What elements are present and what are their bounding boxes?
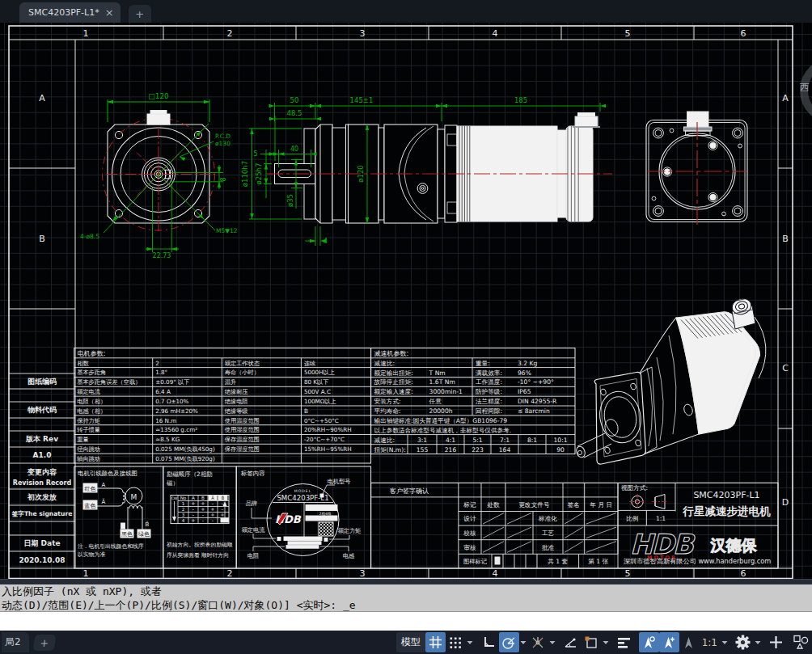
box-title: 磁） bbox=[167, 479, 179, 487]
model-space-button[interactable]: 模型 bbox=[396, 632, 425, 652]
autoscale-toggle[interactable] bbox=[659, 632, 679, 652]
table-cell: 223 bbox=[472, 446, 484, 454]
table-cell: -10° ~+90° bbox=[518, 378, 554, 386]
table-cell: 2 bbox=[155, 360, 159, 367]
table-cell: 额定工作状态 bbox=[225, 360, 260, 367]
layout-add-button[interactable]: + bbox=[32, 635, 56, 651]
tb-header: 签名 bbox=[568, 501, 580, 508]
table-cell: 使用温度范围 bbox=[225, 417, 260, 424]
annotation-visibility-toggle[interactable] bbox=[639, 632, 659, 652]
table-cell: 安装方式: bbox=[374, 398, 401, 405]
front-view: □120P.C.Dø1304-ø8.5M5▼1222.738 bbox=[80, 92, 238, 259]
table-cell: 基本步距角误差（空载） bbox=[77, 378, 141, 386]
new-tab-button[interactable]: + bbox=[129, 5, 151, 23]
table-cell: 电感（相） bbox=[77, 407, 106, 415]
annotation-scale-value[interactable]: 1:1 bbox=[700, 632, 720, 652]
customization-dropdown[interactable] bbox=[753, 632, 762, 652]
customization-gear-button[interactable] bbox=[733, 632, 753, 652]
command-history: 入比例因子 (nX 或 nXP), 或者 动态(D)/范围(E)/上一个(P)/… bbox=[0, 584, 812, 611]
command-window-divider[interactable] bbox=[0, 579, 812, 584]
tb-cell: 工艺 bbox=[542, 530, 555, 537]
polar-tracking-toggle[interactable] bbox=[499, 632, 519, 652]
dynamic-ucs-dropdown[interactable] bbox=[602, 632, 611, 652]
annotation-scale-dropdown[interactable] bbox=[720, 632, 729, 652]
frame-col-label: 4 bbox=[493, 28, 498, 39]
table-cell: 满载效率: bbox=[476, 369, 502, 377]
table-cell: 相数 bbox=[77, 360, 89, 367]
lineweight-toggle[interactable] bbox=[615, 632, 635, 652]
doc-info-cell: 变更内容 bbox=[27, 467, 57, 476]
tb-cell: 审核 bbox=[463, 544, 476, 551]
isodraft-toggle[interactable] bbox=[561, 632, 582, 652]
watermark: 西 bbox=[800, 61, 812, 120]
exc-cell: - bbox=[202, 517, 204, 524]
motor-params-table: 电机参数:相数2额定工作状态连续基本步距角1.8°寿命（小时）5000H以上基本… bbox=[74, 348, 371, 464]
dim-label: ø35 bbox=[286, 194, 294, 207]
table-cell: 额定输入速度: bbox=[374, 388, 413, 395]
table-cell: 6.4 A bbox=[155, 388, 171, 395]
table-cell: 15%RH~95%RH bbox=[304, 445, 352, 453]
status-separator bbox=[611, 632, 615, 652]
table-cell: 100MΩ以上 bbox=[304, 398, 336, 405]
table-cell: -20°C~+70°C bbox=[304, 436, 345, 443]
dim-label: 22.73 bbox=[153, 252, 171, 259]
object-snap-toggle[interactable] bbox=[528, 632, 548, 652]
tab-close-icon[interactable]: × bbox=[105, 7, 114, 18]
dim-label: P.C.D bbox=[215, 133, 230, 140]
add-status-button[interactable] bbox=[766, 632, 786, 652]
drawing-sheet: 112233445566ABABCD□120P.C.Dø1304-ø8.5M5▼… bbox=[0, 23, 812, 579]
table-cell: 轴向跳动 bbox=[76, 455, 100, 462]
table-cell: 基本步距角 bbox=[77, 369, 106, 376]
table-cell: 故障停止扭矩: bbox=[374, 378, 413, 386]
frame-col-label: 2 bbox=[227, 568, 233, 579]
annotation-scale-icon[interactable] bbox=[679, 632, 700, 652]
label-content-box: 标签内容MODELSMC4203PF-L1HDB2相4线电机型号品牌额定电流电阻… bbox=[236, 466, 370, 568]
table-cell: 0°C~+50°C bbox=[304, 417, 339, 424]
rear-view bbox=[646, 112, 747, 225]
table-cell: T Nm bbox=[429, 369, 446, 377]
grid-toggle[interactable] bbox=[425, 632, 446, 652]
table-cell: 平均寿命: bbox=[374, 407, 401, 415]
frame-row-label: A bbox=[782, 93, 789, 103]
dynamic-ucs-toggle[interactable] bbox=[582, 632, 602, 652]
dim-label: □120 bbox=[148, 92, 169, 100]
command-history-line-1: 入比例因子 (nX 或 nXP), 或者 bbox=[2, 585, 812, 599]
layout-tab[interactable]: 局2 bbox=[2, 632, 29, 652]
tb-cell: 标准化 bbox=[538, 515, 557, 522]
watermark-glyph: 西 bbox=[800, 82, 810, 93]
doc-info-cell: 图纸编码 bbox=[27, 378, 57, 386]
annotation-scale-label: 1:1 bbox=[702, 637, 717, 648]
dim-label: 4 bbox=[324, 238, 328, 245]
snap-dropdown[interactable] bbox=[466, 632, 475, 652]
dim-label: ø120 bbox=[357, 165, 365, 182]
frame-col-label: 6 bbox=[741, 568, 746, 579]
leader-label: 品牌 bbox=[246, 500, 257, 507]
file-tab-active[interactable]: SMC4203PF-L1* × bbox=[19, 2, 121, 23]
table-cell: 1.8° bbox=[155, 369, 167, 376]
tb-cell: 批准 bbox=[542, 544, 555, 551]
ortho-toggle[interactable] bbox=[479, 632, 499, 652]
frame-row-label: D bbox=[782, 497, 789, 508]
command-input[interactable] bbox=[0, 611, 812, 631]
object-snap-dropdown[interactable] bbox=[548, 632, 557, 652]
dim-label: 4-ø8.5 bbox=[80, 233, 99, 240]
frame-col-label: 6 bbox=[741, 28, 746, 39]
isolate-objects-button[interactable] bbox=[790, 632, 810, 652]
polar-dropdown[interactable] bbox=[519, 632, 528, 652]
tb-cell: 设计 bbox=[463, 515, 476, 522]
table-cell: DIN 42955-R bbox=[518, 398, 557, 405]
exc-cell: - bbox=[212, 517, 214, 524]
drawing-canvas[interactable]: 112233445566ABABCD□120P.C.Dø1304-ø8.5M5▼… bbox=[0, 23, 812, 579]
table-cell: 防护等级: bbox=[476, 388, 502, 395]
frame-col-label: 3 bbox=[360, 568, 366, 579]
frame-row-label: B bbox=[782, 234, 789, 244]
wire-label: A bbox=[102, 482, 106, 488]
side-view bbox=[267, 113, 612, 224]
table-title: 减速机参数: bbox=[374, 350, 409, 357]
snap-toggle[interactable] bbox=[446, 632, 466, 652]
dim-label: 5 bbox=[253, 150, 257, 158]
table-cell: 0.025 MM(负载450g) bbox=[155, 445, 215, 453]
table-note: 输出轴键标准:圆头普通平键（A型）GB1096-79 bbox=[374, 417, 508, 424]
frame-col-label: 2 bbox=[227, 28, 233, 39]
table-cell: 20000h bbox=[429, 407, 453, 415]
